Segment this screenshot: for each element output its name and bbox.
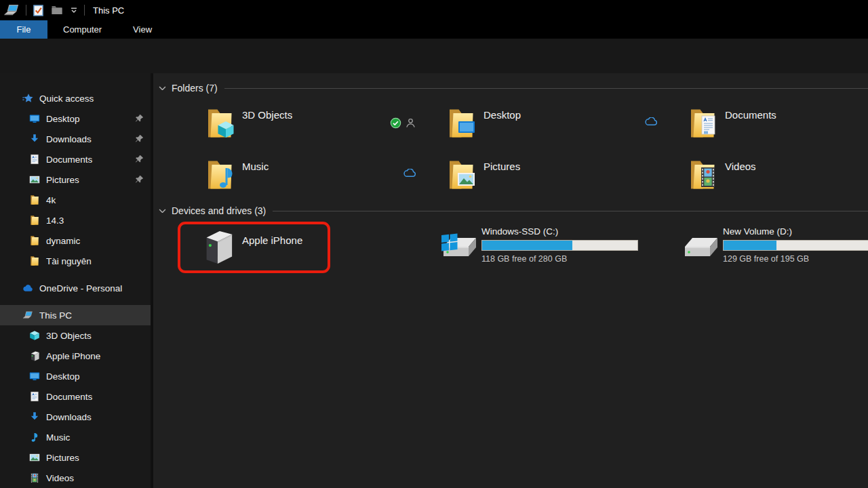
sidebar-item-dynamic[interactable]: dynamic <box>0 230 151 251</box>
sidebar-item-label: dynamic <box>46 236 80 246</box>
folder-tile-documents[interactable]: Documents <box>666 100 868 148</box>
navigation-pane: Quick accessDesktopDownloadsDocumentsPic… <box>0 73 151 488</box>
download-icon <box>28 410 41 424</box>
section-header-folders[interactable]: Folders (7) <box>172 83 218 94</box>
tab-file[interactable]: File <box>0 20 47 39</box>
cloud-icon <box>21 281 35 295</box>
file-list-pane: Folders (7) Devices and drives (3) 3D Ob… <box>153 73 868 488</box>
drive-free-space: 129 GB free of 195 GB <box>723 254 809 264</box>
collapse-chevron-icon[interactable] <box>159 86 166 91</box>
capacity-bar <box>481 240 638 251</box>
star-icon <box>21 92 35 105</box>
section-header-devices[interactable]: Devices and drives (3) <box>172 205 266 216</box>
sidebar-item-label: 4k <box>46 195 56 205</box>
folder-tile-label: Videos <box>725 161 756 172</box>
sidebar-item-label: This PC <box>39 310 72 321</box>
sidebar-item-documents[interactable]: Documents <box>0 149 151 169</box>
capacity-bar <box>723 240 868 251</box>
sidebar-item-downloads[interactable]: Downloads <box>0 407 151 427</box>
sidebar-item-label: Tài nguyên <box>46 256 92 266</box>
folder-icon <box>28 254 41 268</box>
cloud-status-icon <box>645 117 658 126</box>
sidebar-item-3d-objects[interactable]: 3D Objects <box>0 325 151 346</box>
collapse-chevron-icon[interactable] <box>159 209 166 214</box>
pin-icon[interactable] <box>135 134 144 143</box>
device-tile-label: Apple iPhone <box>242 235 302 246</box>
laptop-icon <box>21 308 35 322</box>
monitor-icon <box>28 112 41 125</box>
document-icon <box>28 390 41 403</box>
folder-tile-music[interactable]: Music <box>183 151 420 199</box>
sidebar-item-pictures[interactable]: Pictures <box>0 447 151 468</box>
sidebar-item-label: Documents <box>46 392 92 402</box>
folder-tile-3d-objects[interactable]: 3D Objects <box>183 100 420 148</box>
drive-tile-new-volume-d[interactable]: New Volume (D:)129 GB free of 195 GB <box>666 224 868 273</box>
folder-pic-icon <box>445 159 477 191</box>
drive-windows-icon <box>439 229 477 258</box>
folder-tile-videos[interactable]: Videos <box>666 151 868 199</box>
sidebar-item-music[interactable]: Music <box>0 427 151 447</box>
folder-tile-label: Music <box>242 161 269 172</box>
pin-icon[interactable] <box>135 175 144 184</box>
download-icon <box>28 132 41 146</box>
capacity-bar-fill <box>724 241 776 250</box>
drive-label: Windows-SSD (C:) <box>481 226 558 237</box>
drive-label: New Volume (D:) <box>723 226 792 237</box>
tab-view[interactable]: View <box>117 20 167 39</box>
tab-computer[interactable]: Computer <box>47 20 117 39</box>
sidebar-item-label: Apple iPhone <box>46 351 100 361</box>
folder-tile-label: 3D Objects <box>242 109 292 121</box>
video-icon <box>28 471 41 485</box>
this-pc-app-icon[interactable] <box>0 1 23 19</box>
device-tile-apple-iphone[interactable]: Apple iPhone <box>183 224 420 272</box>
folder-icon <box>28 193 41 207</box>
capacity-bar-fill <box>482 241 572 250</box>
document-icon <box>28 152 41 166</box>
title-bar: This PC <box>0 0 868 20</box>
cloud-status-icon <box>403 169 416 178</box>
sidebar-item-label: Videos <box>46 473 74 483</box>
sidebar-item-label: Pictures <box>46 453 79 463</box>
folder-tile-desktop[interactable]: Desktop <box>425 100 662 148</box>
sidebar-item-pictures[interactable]: Pictures <box>0 169 151 190</box>
sidebar-item-quick-access[interactable]: Quick access <box>0 88 151 108</box>
pin-icon[interactable] <box>135 114 144 123</box>
sidebar-item-label: 14.3 <box>46 216 64 226</box>
sidebar-item-desktop[interactable]: Desktop <box>0 366 151 386</box>
sidebar-item-label: Pictures <box>46 175 79 185</box>
sidebar-item-documents[interactable]: Documents <box>0 386 151 407</box>
navigation-bar: ← → ↑ This PC <box>0 39 868 73</box>
folder-doc-icon <box>686 107 719 140</box>
sidebar-item-desktop[interactable]: Desktop <box>0 108 151 129</box>
explorer-content: Quick accessDesktopDownloadsDocumentsPic… <box>0 73 868 488</box>
folder-video-icon <box>686 159 719 191</box>
folder-tile-pictures[interactable]: Pictures <box>425 151 662 199</box>
section-devices: Devices and drives (3) <box>159 204 868 218</box>
new-folder-icon[interactable] <box>47 1 66 19</box>
drive-free-space: 118 GB free of 280 GB <box>481 254 567 264</box>
sidebar-item-label: Downloads <box>46 134 92 144</box>
sidebar-item-4k[interactable]: 4k <box>0 190 151 210</box>
separator <box>26 5 26 16</box>
qat-customize-chevron-icon[interactable] <box>66 1 81 19</box>
sidebar-item-apple-iphone[interactable]: Apple iPhone <box>0 346 151 366</box>
picture-icon <box>28 451 41 464</box>
sidebar-item-label: Music <box>46 432 70 443</box>
drive-tile-windows-ssd-c[interactable]: Windows-SSD (C:)118 GB free of 280 GB <box>425 224 662 273</box>
music-icon <box>28 430 41 444</box>
sidebar-item-videos[interactable]: Videos <box>0 468 151 488</box>
sidebar-item-label: 3D Objects <box>46 331 92 341</box>
sidebar-item-this-pc[interactable]: This PC <box>0 305 151 325</box>
sidebar-item-label: Desktop <box>46 114 80 124</box>
section-divider <box>273 211 868 211</box>
phone-icon <box>28 349 41 363</box>
pin-icon[interactable] <box>135 155 144 163</box>
ribbon-tabs: File Computer View <box>0 20 868 39</box>
separator <box>84 5 85 16</box>
properties-icon[interactable] <box>29 1 47 19</box>
sidebar-item-t-i-nguy-n[interactable]: Tài nguyên <box>0 251 151 271</box>
sidebar-item-14-3[interactable]: 14.3 <box>0 210 151 230</box>
picture-icon <box>28 173 41 186</box>
sidebar-item-onedrive-personal[interactable]: OneDrive - Personal <box>0 278 151 298</box>
sidebar-item-downloads[interactable]: Downloads <box>0 129 151 149</box>
